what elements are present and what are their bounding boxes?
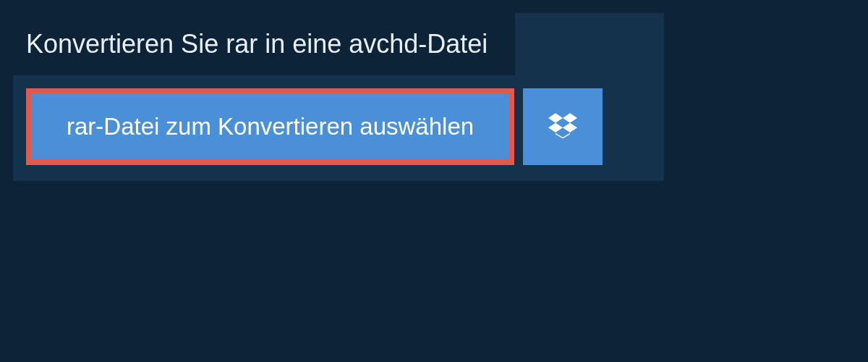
dropbox-button[interactable] — [523, 88, 603, 165]
select-file-label: rar-Datei zum Konvertieren auswählen — [67, 113, 474, 140]
dropbox-icon — [548, 111, 577, 143]
button-row: rar-Datei zum Konvertieren auswählen — [13, 75, 664, 165]
page-title: Konvertieren Sie rar in eine avchd-Datei — [13, 13, 515, 75]
converter-panel: Konvertieren Sie rar in eine avchd-Datei… — [13, 13, 664, 181]
select-file-button[interactable]: rar-Datei zum Konvertieren auswählen — [26, 88, 514, 165]
